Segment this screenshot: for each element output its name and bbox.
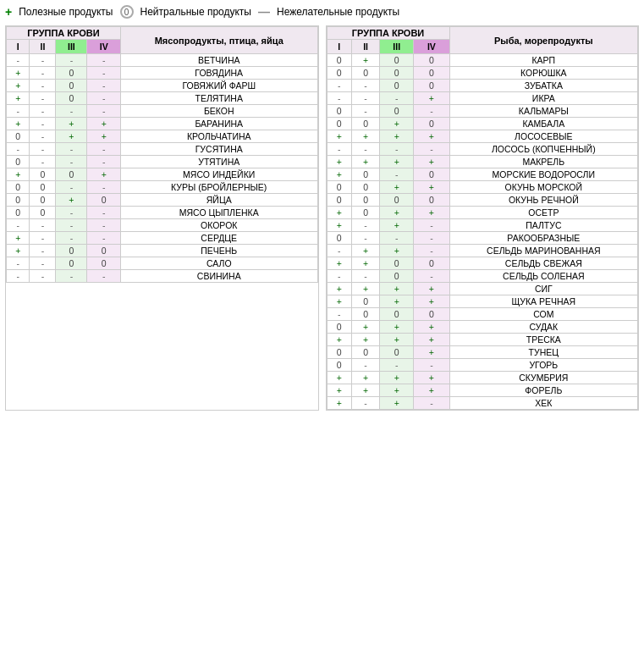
fish-blood-group-header: ГРУППА КРОВИ <box>327 27 449 40</box>
table-row: ---+ИКРА <box>327 92 638 105</box>
blood-type-value: - <box>414 219 450 232</box>
food-name: КАМБАЛА <box>449 118 637 130</box>
blood-type-value: - <box>327 92 351 105</box>
table-row: 00--МЯСО ЦЫПЛЕНКА <box>7 207 318 219</box>
table-row: +-00ПЕЧЕНЬ <box>7 245 318 257</box>
table-row: ----БЕКОН <box>7 105 318 118</box>
blood-type-value: 0 <box>87 257 121 270</box>
table-row: --00ЗУБАТКА <box>327 80 638 92</box>
blood-type-value: 0 <box>380 80 414 92</box>
food-name: МЯСО ИНДЕЙКИ <box>120 168 317 181</box>
food-name: ЯЙЦА <box>120 194 317 207</box>
fish-col-IV: IV <box>414 40 450 54</box>
table-row: 0-0-КАЛЬМАРЫ <box>327 105 638 118</box>
blood-type-value: 0 <box>380 105 414 118</box>
blood-type-value: + <box>414 346 450 359</box>
food-name: СЕЛЬДЬ МАРИНОВАННАЯ <box>449 245 637 257</box>
blood-type-value: 0 <box>30 207 56 219</box>
food-name: БАРАНИНА <box>120 118 317 130</box>
blood-type-value: 0 <box>351 295 379 308</box>
blood-type-value: 0 <box>351 308 379 321</box>
blood-type-value: 0 <box>7 181 30 194</box>
table-row: +-0-ТЕЛЯТИНА <box>7 92 318 105</box>
food-name: ГОВЯЖИЙ ФАРШ <box>120 80 317 92</box>
meat-col-II: II <box>30 40 56 54</box>
food-name: СКУМБРИЯ <box>449 372 637 384</box>
blood-type-value: + <box>327 130 351 143</box>
blood-type-value: - <box>87 270 121 283</box>
blood-type-value: + <box>7 232 30 245</box>
blood-type-value: + <box>87 168 121 181</box>
blood-type-value: + <box>380 219 414 232</box>
blood-type-value: + <box>380 321 414 334</box>
blood-type-value: + <box>414 207 450 219</box>
fish-table-section: ГРУППА КРОВИ Рыба, морепродукты I II III… <box>326 25 640 411</box>
blood-type-value: - <box>87 207 121 219</box>
blood-type-value: - <box>30 80 56 92</box>
blood-type-value: - <box>351 80 379 92</box>
blood-type-value: + <box>327 334 351 346</box>
food-name: МЯСО ЦЫПЛЕНКА <box>120 207 317 219</box>
blood-type-value: - <box>414 397 450 410</box>
blood-type-value: 0 <box>30 168 56 181</box>
food-name: ЛОСОСЕВЫЕ <box>449 130 637 143</box>
table-row: ++00СЕЛЬДЬ СВЕЖАЯ <box>327 257 638 270</box>
blood-type-value: + <box>351 372 379 384</box>
blood-type-value: - <box>327 80 351 92</box>
food-name: МАКРЕЛЬ <box>449 156 637 168</box>
blood-type-value: - <box>87 181 121 194</box>
blood-type-value: - <box>380 168 414 181</box>
blood-type-value: - <box>56 219 87 232</box>
blood-type-value: + <box>327 372 351 384</box>
food-name: БЕКОН <box>120 105 317 118</box>
blood-type-value: - <box>56 156 87 168</box>
blood-type-value: + <box>327 384 351 397</box>
blood-type-value: + <box>327 156 351 168</box>
food-name: ТРЕСКА <box>449 334 637 346</box>
blood-type-value: 0 <box>327 321 351 334</box>
blood-type-value: + <box>56 130 87 143</box>
blood-type-value: + <box>351 257 379 270</box>
food-name: УТЯТИНА <box>120 156 317 168</box>
table-row: 0000ОКУНЬ РЕЧНОЙ <box>327 194 638 207</box>
blood-type-value: - <box>56 270 87 283</box>
blood-type-value: + <box>380 384 414 397</box>
blood-type-value: + <box>414 92 450 105</box>
table-row: +0-0МОРСКИЕ ВОДОРОСЛИ <box>327 168 638 181</box>
blood-type-value: - <box>87 143 121 156</box>
blood-type-value: + <box>7 67 30 80</box>
food-name: СВИНИНА <box>120 270 317 283</box>
table-row: ----ОКОРОК <box>7 219 318 232</box>
blood-type-value: + <box>380 181 414 194</box>
blood-type-value: - <box>414 359 450 372</box>
blood-type-value: - <box>351 219 379 232</box>
food-name: ОСЕТР <box>449 207 637 219</box>
blood-type-value: 0 <box>7 156 30 168</box>
tables-container: ГРУППА КРОВИ Мясопродукты, птица, яйца I… <box>5 25 639 411</box>
blood-type-value: + <box>7 245 30 257</box>
blood-type-value: 0 <box>327 181 351 194</box>
table-row: +-+-ПАЛТУС <box>327 219 638 232</box>
blood-type-value: + <box>7 168 30 181</box>
table-row: ++++ЛОСОСЕВЫЕ <box>327 130 638 143</box>
food-name: КАРП <box>449 54 637 67</box>
blood-type-value: + <box>7 118 30 130</box>
food-name: ИКРА <box>449 92 637 105</box>
blood-type-value: - <box>380 143 414 156</box>
blood-type-value: - <box>414 105 450 118</box>
meat-col-I: I <box>7 40 30 54</box>
blood-type-value: - <box>30 92 56 105</box>
food-name: ПЕЧЕНЬ <box>120 245 317 257</box>
blood-type-value: + <box>87 130 121 143</box>
blood-type-value: - <box>7 270 30 283</box>
blood-type-value: + <box>380 397 414 410</box>
blood-type-value: 0 <box>327 359 351 372</box>
blood-type-value: + <box>327 219 351 232</box>
blood-type-value: 0 <box>351 118 379 130</box>
legend: + Полезные продукты 0 Нейтральные продук… <box>5 5 639 19</box>
blood-type-value: 0 <box>351 207 379 219</box>
blood-type-value: - <box>56 207 87 219</box>
blood-type-value: - <box>351 92 379 105</box>
table-row: 0-++КРОЛЬЧАТИНА <box>7 130 318 143</box>
blood-type-value: - <box>327 308 351 321</box>
